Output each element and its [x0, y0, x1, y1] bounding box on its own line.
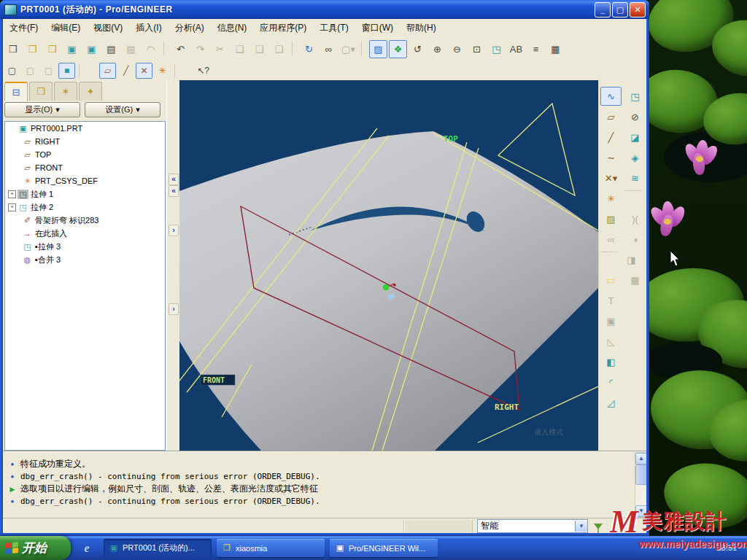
copy-icon[interactable]: ❏: [231, 40, 249, 58]
tree-item[interactable]: ✳ PRT_CSYS_DEF: [5, 174, 165, 187]
layers-icon[interactable]: ≡: [527, 40, 545, 58]
no-hidden-icon[interactable]: ▢: [40, 63, 57, 79]
saved-views-icon[interactable]: ◳: [487, 40, 506, 58]
cut-icon[interactable]: ✂: [211, 40, 229, 58]
tree-expander[interactable]: [12, 217, 20, 225]
menu-item[interactable]: 文件(F): [3, 20, 44, 36]
tree-item[interactable]: ▱ RIGHT: [5, 135, 165, 148]
regenerate-icon[interactable]: ↻: [300, 40, 318, 58]
spin-center-icon[interactable]: ❖: [389, 40, 407, 58]
tree-expander[interactable]: [12, 177, 20, 185]
paste-icon[interactable]: ❑: [250, 40, 268, 58]
start-button[interactable]: 开始: [0, 536, 71, 560]
copy-geometry-icon[interactable]: ◳: [624, 87, 646, 106]
redo-icon[interactable]: ↷: [191, 40, 209, 58]
collapse-chevron-icon[interactable]: «: [169, 185, 179, 197]
wrap-tool-icon[interactable]: T: [600, 291, 622, 310]
pattern-tool-icon[interactable]: ▦: [624, 271, 646, 289]
chamfer-tool-icon[interactable]: ◿: [600, 393, 622, 412]
menu-item[interactable]: 分析(A): [169, 20, 211, 36]
tree-expander[interactable]: [12, 164, 20, 172]
tree-expander[interactable]: [12, 256, 20, 264]
project-tool-icon[interactable]: ⊘: [624, 107, 646, 126]
expand-chevron-icon[interactable]: ›: [169, 225, 179, 236]
save-a-copy-icon[interactable]: ▣: [82, 40, 101, 58]
extend-tool-icon[interactable]: ◨: [621, 250, 642, 269]
scrollbar-thumb[interactable]: [635, 464, 647, 485]
front-plane-label[interactable]: FRONT: [201, 375, 235, 385]
tree-item[interactable]: ◳ ▪拉伸 3: [5, 240, 165, 253]
open-file-icon[interactable]: ❒: [23, 40, 42, 58]
tab-folder-browser[interactable]: ❒: [29, 82, 53, 101]
internet-explorer-icon[interactable]: e: [84, 542, 89, 555]
menu-item[interactable]: 插入(I): [129, 20, 168, 36]
tree-expander[interactable]: +: [8, 203, 16, 211]
appearances-icon[interactable]: AB: [507, 40, 525, 58]
orient-mode-icon[interactable]: ↺: [409, 40, 427, 58]
datum-planes-toggle-icon[interactable]: ▱: [99, 63, 116, 79]
tree-item[interactable]: + ◳ 拉伸 1: [5, 187, 165, 201]
datum-plane-tool-icon[interactable]: ▱: [600, 107, 622, 126]
graphics-viewport[interactable]: TOP FRONT RIGHT 插入模式: [179, 80, 598, 451]
show-dropdown-button[interactable]: 显示(O) ▾: [4, 102, 80, 117]
mirror-tool-icon[interactable]: )(: [624, 209, 646, 228]
print-setup-icon[interactable]: ▤: [122, 40, 140, 58]
taskbar-button-xiaosmia[interactable]: ❒ xiaosmia: [217, 539, 325, 557]
taskbar-button-prt0001[interactable]: ▣ PRT0001 (活动的)...: [104, 539, 212, 557]
settings-dropdown-button[interactable]: 设置(G) ▾: [85, 102, 160, 117]
right-plane-label[interactable]: RIGHT: [495, 402, 519, 412]
paste-special-icon[interactable]: ❑: [270, 40, 288, 58]
menu-item[interactable]: 工具(T): [313, 20, 355, 36]
tree-expander[interactable]: [12, 138, 20, 146]
filter-funnel-icon[interactable]: [594, 524, 603, 529]
tree-item[interactable]: + ◳ 拉伸 2: [5, 201, 165, 214]
tab-favorites[interactable]: ✶: [54, 82, 77, 101]
datum-point-tool-icon[interactable]: ✕▾: [600, 168, 622, 187]
csys-tool-icon[interactable]: ✳: [600, 189, 622, 208]
panel-splitter[interactable]: « « › ›: [166, 80, 181, 451]
link-tool-icon[interactable]: ∞: [600, 230, 622, 249]
boundary-blend-icon[interactable]: ◈: [624, 148, 646, 167]
analysis-point-icon[interactable]: ▨: [600, 209, 622, 228]
print-icon[interactable]: ▤: [102, 40, 120, 58]
datum-axes-toggle-icon[interactable]: ╱: [117, 63, 134, 79]
tab-connections[interactable]: ✦: [79, 82, 102, 101]
tab-model-tree[interactable]: ⊟: [4, 82, 28, 101]
sketch-tool-icon[interactable]: ∿: [600, 87, 622, 106]
import-file-icon[interactable]: ❒: [43, 40, 61, 58]
tree-item[interactable]: → 在此插入: [5, 227, 165, 240]
zoom-in-icon[interactable]: ⊕: [428, 40, 446, 58]
tree-expander[interactable]: [12, 151, 20, 159]
select-inside-box-icon[interactable]: ▢▾: [339, 40, 357, 58]
new-file-icon[interactable]: ❒: [4, 40, 22, 58]
datum-points-toggle-icon[interactable]: ✕: [136, 63, 152, 79]
restore-button[interactable]: ▢: [612, 2, 628, 18]
tree-item[interactable]: ✐ 骨架折弯 标识283: [5, 214, 165, 227]
datum-csys-toggle-icon[interactable]: ✳: [154, 63, 171, 79]
selection-filter-combo[interactable]: 智能 ▾: [477, 519, 588, 533]
menu-item[interactable]: 编辑(E): [44, 20, 87, 36]
wireframe-icon[interactable]: ▢: [4, 63, 20, 79]
refit-icon[interactable]: ⊡: [468, 40, 486, 58]
menu-item[interactable]: 窗口(W): [355, 20, 400, 36]
tree-item[interactable]: ▱ FRONT: [5, 161, 165, 174]
find-icon[interactable]: ∞: [320, 40, 338, 58]
repaint-icon[interactable]: ▨: [369, 40, 387, 58]
annotation-tool-icon[interactable]: ▭: [600, 271, 622, 289]
fill-tool-icon[interactable]: ≋: [624, 168, 646, 187]
trim-tool-icon[interactable]: ◑: [624, 230, 646, 249]
tree-item[interactable]: ◍ ▪合并 3: [5, 253, 165, 266]
tree-expander[interactable]: [12, 243, 20, 251]
tree-expander[interactable]: [8, 125, 16, 133]
chevron-down-icon[interactable]: ▾: [575, 521, 587, 532]
scroll-up-icon[interactable]: ▲: [635, 453, 647, 464]
sweep-surface-icon[interactable]: ◪: [624, 128, 646, 147]
view-manager-icon[interactable]: ▦: [546, 40, 565, 58]
close-button[interactable]: ✕: [630, 2, 646, 18]
shaded-icon[interactable]: ■: [58, 63, 75, 79]
save-icon[interactable]: ▣: [63, 40, 81, 58]
collapse-chevron-icon[interactable]: «: [169, 174, 179, 185]
erase-display-icon[interactable]: ◠: [142, 40, 160, 58]
datum-curve-tool-icon[interactable]: ∼: [600, 148, 622, 167]
menu-item[interactable]: 帮助(H): [400, 20, 443, 36]
